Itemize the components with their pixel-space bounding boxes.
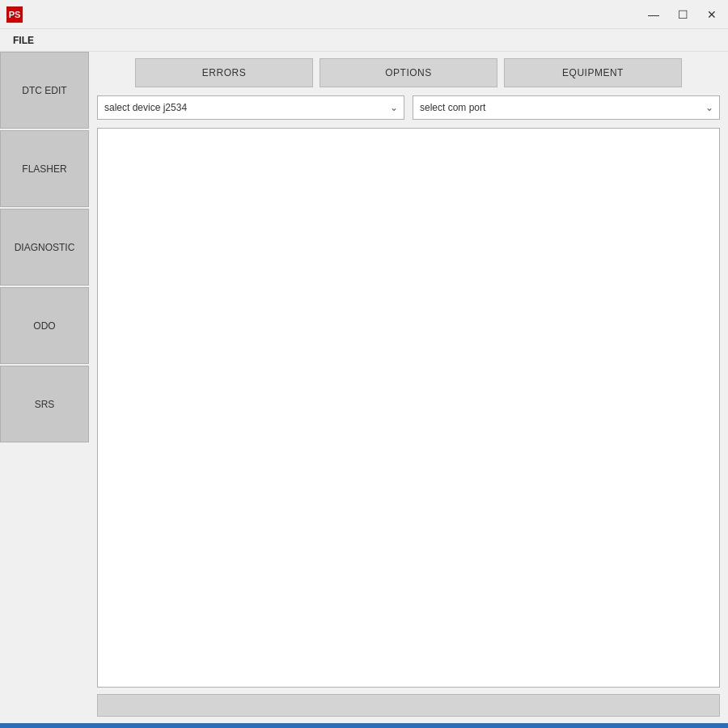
close-button[interactable]: ✕ [702,5,722,24]
top-buttons-row: ERRORS OPTIONS EQUIPMENT [97,58,720,87]
errors-button[interactable]: ERRORS [135,58,313,87]
menu-bar: FILE [0,29,728,52]
device-dropdown-wrapper: salect device j2534 ⌄ [97,95,404,120]
menu-file[interactable]: FILE [6,33,40,48]
main-panel: ERRORS OPTIONS EQUIPMENT salect device j… [89,52,728,723]
bottom-border [0,723,728,728]
main-content-box [97,128,720,688]
com-port-dropdown-wrapper: select com port ⌄ [413,95,720,120]
sidebar-btn-odo[interactable]: ODO [0,287,89,364]
app-icon: PS [6,6,23,23]
main-window: PS — ☐ ✕ FILE DTC EDIT FLASHER DIAGNOSTI… [0,0,728,728]
status-bar [97,694,720,717]
equipment-button[interactable]: EQUIPMENT [504,58,682,87]
sidebar: DTC EDIT FLASHER DIAGNOSTIC ODO SRS [0,52,89,723]
dropdowns-row: salect device j2534 ⌄ select com port ⌄ [97,95,720,120]
title-bar-left: PS [6,6,23,23]
sidebar-btn-srs[interactable]: SRS [0,366,89,442]
content-area: DTC EDIT FLASHER DIAGNOSTIC ODO SRS ERRO… [0,52,728,723]
com-port-dropdown[interactable]: select com port [413,95,720,120]
sidebar-btn-dtc-edit[interactable]: DTC EDIT [0,52,89,129]
options-button[interactable]: OPTIONS [320,58,497,87]
minimize-button[interactable]: — [644,5,663,24]
title-bar: PS — ☐ ✕ [0,0,728,29]
sidebar-btn-diagnostic[interactable]: DIAGNOSTIC [0,209,89,286]
device-dropdown[interactable]: salect device j2534 [97,95,404,120]
maximize-button[interactable]: ☐ [673,5,692,24]
sidebar-btn-flasher[interactable]: FLASHER [0,130,89,207]
title-bar-controls: — ☐ ✕ [644,5,722,24]
